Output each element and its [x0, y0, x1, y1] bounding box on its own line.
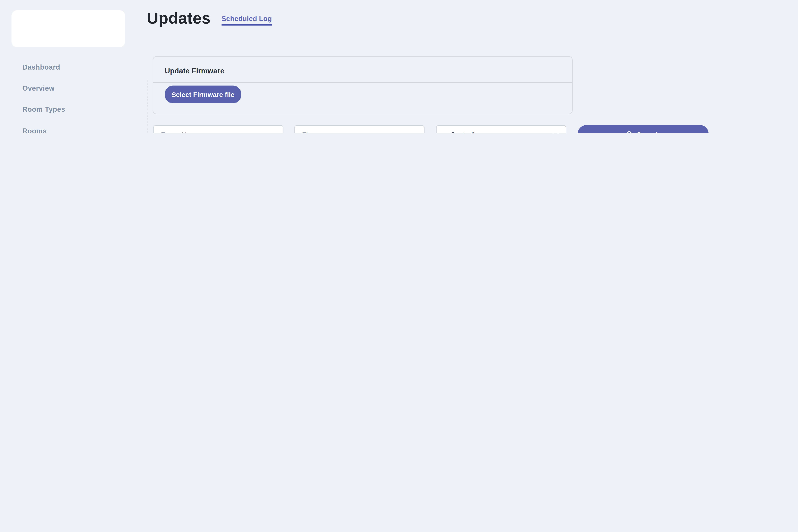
app-logo [12, 10, 125, 47]
sidebar-item-label: Dashboard [22, 63, 60, 71]
sidebar-item-label: Rooms [22, 127, 47, 133]
search-button[interactable]: Search [578, 125, 709, 133]
update-firmware-card: Update Firmware Select Firmware file [153, 56, 573, 114]
sidebar-item-rooms[interactable]: Rooms [0, 120, 147, 133]
update-firmware-card-title: Update Firmware [165, 67, 224, 75]
floor-input[interactable] [294, 125, 424, 133]
card-divider [153, 82, 572, 83]
search-icon [626, 131, 633, 133]
sidebar-content-divider [147, 80, 148, 133]
sidebar-item-label: Overview [22, 84, 55, 92]
sidebar-item-dashboard[interactable]: Dashboard [0, 56, 147, 77]
room-no-input[interactable] [153, 125, 283, 133]
sidebar-item-overview[interactable]: Overview [0, 77, 147, 99]
scheduled-log-link[interactable]: Scheduled Log [222, 15, 272, 25]
updates-page: Dashboard Overview Room Types Rooms Cont… [0, 0, 798, 133]
sidebar: Dashboard Overview Room Types Rooms Cont… [0, 56, 147, 133]
controller-select-value: -- Controller -- [444, 131, 488, 133]
sidebar-item-room-types[interactable]: Room Types [0, 99, 147, 120]
chevron-down-icon [552, 132, 558, 133]
sidebar-item-label: Room Types [22, 106, 65, 113]
select-firmware-file-button[interactable]: Select Firmware file [165, 86, 241, 103]
page-title: Updates [147, 9, 211, 27]
controller-select[interactable]: -- Controller -- [436, 125, 566, 133]
search-button-label: Search [636, 131, 660, 133]
